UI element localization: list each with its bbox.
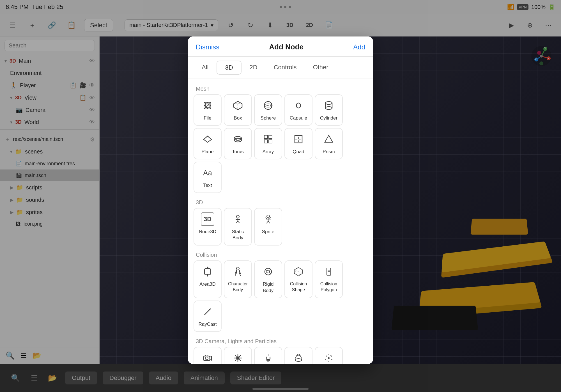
node-raycast[interactable]: RayCast [194, 301, 222, 332]
node-label: Capsule [290, 115, 307, 121]
svg-rect-30 [269, 135, 272, 139]
svg-rect-32 [269, 140, 272, 143]
add-button[interactable]: Add [353, 43, 365, 51]
svg-point-37 [236, 215, 239, 218]
dismiss-button[interactable]: Dismiss [196, 43, 219, 51]
box-icon [231, 99, 245, 112]
svg-line-90 [235, 359, 236, 361]
svg-point-94 [295, 359, 302, 361]
node-collision-polygon[interactable]: Collision Polygon [315, 260, 343, 298]
modal-content: Mesh 🖼 File Box [188, 79, 373, 364]
node-cylinder[interactable]: Cylinder [315, 94, 343, 126]
node-label: Area3D [199, 281, 216, 287]
collision-polygon-icon [322, 265, 335, 278]
svg-point-99 [326, 356, 327, 357]
node-box[interactable]: Box [224, 94, 252, 126]
svg-rect-81 [206, 355, 208, 356]
home-bar [252, 388, 309, 390]
collision-grid: Area3D [194, 260, 367, 332]
node-plane[interactable]: Plane [194, 128, 222, 159]
spotlight-icon [292, 351, 305, 364]
node-node3d[interactable]: 3D Node3D [194, 208, 222, 246]
node-label: Sprite [262, 229, 274, 235]
svg-point-21 [325, 107, 332, 109]
svg-line-47 [266, 217, 267, 219]
node-label: Character Body [227, 281, 249, 293]
modal-overlay[interactable]: Dismiss Add Node Add All 3D 2D Controls … [0, 0, 561, 392]
node-label: RayCast [198, 321, 217, 327]
svg-point-20 [325, 102, 332, 104]
node-omni[interactable]: Omni [254, 347, 282, 364]
node-directional[interactable]: Directional [224, 347, 252, 364]
node-label: Box [234, 115, 242, 121]
node-cpu-particles[interactable]: CPU Particles [315, 347, 343, 364]
svg-point-98 [328, 357, 330, 359]
section-mesh-label: Mesh [194, 82, 367, 94]
node-label: Plane [201, 149, 213, 155]
filter-tab-3d[interactable]: 3D [217, 61, 241, 75]
node-static-body[interactable]: Static Body [224, 208, 252, 246]
svg-point-103 [328, 354, 329, 355]
node-camera[interactable]: Camera [194, 347, 222, 364]
node-spotlight[interactable]: Spotlight [284, 347, 312, 364]
svg-marker-52 [207, 267, 208, 268]
svg-marker-24 [204, 136, 211, 142]
3d-grid: 3D Node3D Static Body [194, 208, 367, 246]
cylinder-icon [322, 99, 335, 112]
node-capsule[interactable]: Capsule [284, 94, 312, 126]
svg-line-69 [294, 267, 298, 273]
node-area3d[interactable]: Area3D [194, 260, 222, 298]
node-label: File [204, 115, 211, 121]
node3d-icon: 3D [201, 212, 214, 226]
capsule-icon [292, 99, 305, 112]
node-label: Sphere [261, 115, 276, 121]
node-array[interactable]: Array [254, 128, 282, 159]
node-label: Quad [293, 149, 304, 155]
svg-point-100 [331, 356, 332, 357]
node-label: Collision Shape [287, 281, 310, 293]
svg-rect-92 [267, 359, 270, 361]
node-text[interactable]: Aa Text [194, 162, 222, 193]
svg-line-95 [295, 355, 297, 359]
node-collision-shape[interactable]: Collision Shape [284, 260, 312, 298]
node-torus[interactable]: Torus [224, 128, 252, 159]
node-quad[interactable]: Quad [284, 128, 312, 159]
node-label: Rigid Body [257, 281, 279, 294]
area3d-icon [201, 265, 214, 278]
node-file[interactable]: 🖼 File [194, 94, 222, 126]
filter-tab-controls[interactable]: Controls [266, 61, 305, 75]
node-rigid-body[interactable]: Rigid Body [254, 260, 282, 298]
svg-line-88 [239, 359, 241, 361]
node-sprite[interactable]: Sprite [254, 208, 282, 246]
node-sphere[interactable]: Sphere [254, 94, 282, 126]
node-label: Collision Polygon [318, 281, 340, 293]
svg-marker-36 [325, 135, 333, 142]
node-character-body[interactable]: Character Body [224, 260, 252, 298]
svg-line-89 [239, 355, 241, 357]
svg-point-104 [328, 361, 329, 362]
text-icon: Aa [201, 166, 214, 180]
collision-shape-icon [292, 265, 305, 278]
svg-rect-29 [264, 135, 268, 139]
svg-point-28 [236, 138, 239, 140]
omni-icon [261, 351, 275, 364]
svg-point-101 [325, 359, 326, 360]
character-body-icon [231, 265, 245, 278]
filter-tab-all[interactable]: All [194, 61, 217, 75]
svg-line-96 [300, 355, 302, 359]
filter-tab-2d[interactable]: 2D [242, 61, 266, 75]
filter-tab-other[interactable]: Other [305, 61, 337, 75]
svg-point-17 [264, 104, 272, 107]
node-prism[interactable]: Prism [315, 128, 343, 159]
svg-rect-19 [296, 103, 300, 108]
svg-point-82 [236, 356, 240, 360]
node-label: Array [263, 149, 274, 155]
static-body-icon [231, 212, 245, 226]
camera-grid: Camera [194, 347, 367, 364]
node-label: Cylinder [320, 115, 337, 121]
mesh-grid: 🖼 File Box [194, 94, 367, 193]
cpu-particles-icon [322, 351, 335, 364]
svg-line-40 [236, 221, 238, 223]
svg-rect-49 [204, 269, 211, 275]
node-label: Text [203, 182, 212, 189]
